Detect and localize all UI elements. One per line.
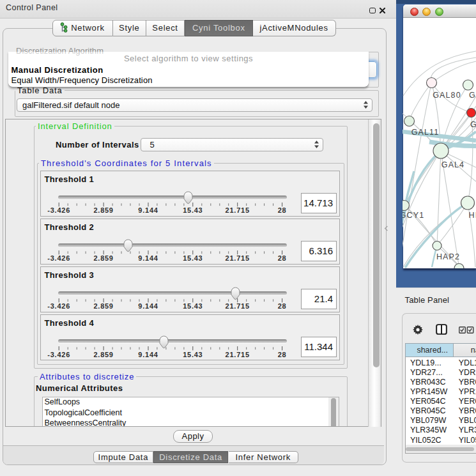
svg-text:HAP2: HAP2 <box>436 252 460 261</box>
svg-text:GCY1: GCY1 <box>403 211 424 220</box>
svg-text:GAL3: GAL3 <box>469 91 476 100</box>
svg-text:HIS7: HIS7 <box>469 211 476 220</box>
svg-text:GAL4: GAL4 <box>441 160 464 169</box>
svg-text:GAL80: GAL80 <box>433 91 461 100</box>
svg-text:G: G <box>470 120 476 129</box>
svg-text:GAL11: GAL11 <box>411 128 440 137</box>
